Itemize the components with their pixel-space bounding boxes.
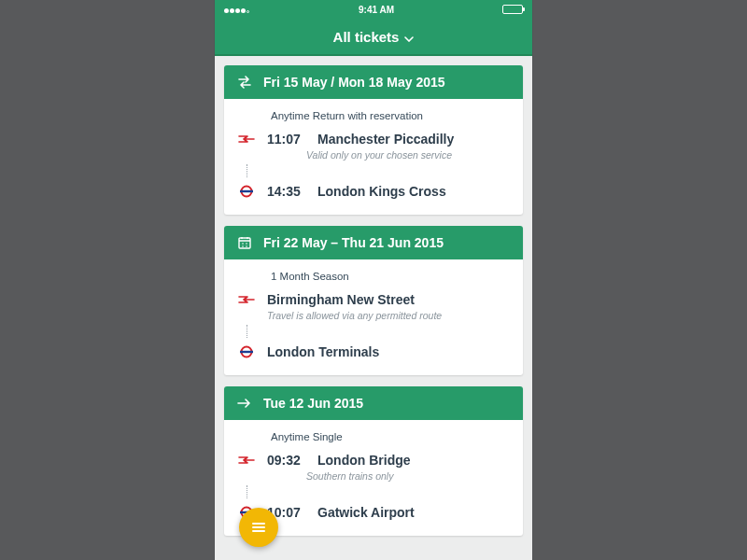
origin-time: 11:07: [267, 132, 306, 147]
origin-row: 11:07 Manchester Piccadilly: [237, 129, 510, 149]
return-trip-icon: [237, 76, 252, 89]
origin-station: Manchester Piccadilly: [317, 132, 454, 147]
origin-row: Birmingham New Street: [237, 289, 510, 310]
ticket-card[interactable]: Fri 15 May / Mon 18 May 2015 Anytime Ret…: [224, 65, 523, 215]
chevron-down-icon: [404, 29, 414, 45]
ticket-card[interactable]: Fri 22 May – Thu 21 Jun 2015 1 Month Sea…: [224, 226, 523, 375]
svg-rect-2: [239, 238, 250, 248]
svg-point-4: [246, 243, 247, 245]
svg-rect-8: [240, 351, 253, 353]
national-rail-icon: [237, 295, 256, 304]
underground-icon: [237, 344, 256, 359]
ticket-type-label: Anytime Single: [271, 431, 510, 442]
phone-screen: 9:41 AM All tickets Fri 15 May / Mon 18 …: [215, 0, 532, 560]
svg-point-5: [242, 245, 244, 247]
navbar-title-label: All tickets: [333, 29, 400, 45]
ticket-card-body: Anytime Return with reservation 11:07 Ma…: [224, 99, 523, 215]
ticket-type-label: 1 Month Season: [271, 271, 510, 282]
svg-rect-1: [240, 190, 253, 192]
underground-icon: [237, 184, 256, 199]
ticket-date-range: Fri 15 May / Mon 18 May 2015: [263, 75, 445, 90]
route-connector-icon: [237, 164, 256, 177]
calendar-icon: [237, 236, 252, 249]
destination-station: London Terminals: [267, 344, 379, 359]
national-rail-icon: [237, 134, 256, 144]
origin-row: 09:32 London Bridge: [237, 450, 510, 470]
ticket-card-header: Fri 15 May / Mon 18 May 2015: [224, 65, 523, 99]
signal-dots-icon: [224, 5, 250, 15]
battery-icon: [502, 5, 523, 14]
route-connector-icon: [237, 325, 256, 338]
ticket-note: Valid only on your chosen service: [306, 149, 510, 161]
menu-icon: [252, 521, 265, 534]
ticket-card-header: Fri 22 May – Thu 21 Jun 2015: [224, 226, 523, 259]
origin-time: 09:32: [267, 453, 306, 468]
menu-fab-button[interactable]: [239, 508, 278, 547]
destination-station: London Kings Cross: [317, 184, 446, 199]
ticket-note: Southern trains only: [306, 470, 510, 482]
svg-point-6: [246, 245, 247, 247]
status-time: 9:41 AM: [359, 5, 394, 15]
status-bar: 9:41 AM: [215, 0, 532, 19]
destination-row: 10:07 Gatwick Airport: [237, 502, 510, 523]
ticket-card-header: Tue 12 Jun 2015: [224, 386, 523, 420]
navbar-title-dropdown[interactable]: All tickets: [215, 19, 532, 56]
connector-row: [237, 321, 510, 342]
origin-station: London Bridge: [317, 453, 411, 468]
destination-station: Gatwick Airport: [317, 505, 415, 520]
connector-row: [237, 161, 510, 181]
route-connector-icon: [237, 485, 256, 498]
national-rail-icon: [237, 455, 256, 465]
ticket-date-range: Tue 12 Jun 2015: [263, 396, 363, 411]
ticket-list: Fri 15 May / Mon 18 May 2015 Anytime Ret…: [215, 56, 532, 560]
ticket-note: Travel is allowed via any permitted rout…: [267, 310, 510, 321]
destination-row: London Terminals: [237, 342, 510, 362]
ticket-date-range: Fri 22 May – Thu 21 Jun 2015: [263, 235, 444, 250]
destination-row: 14:35 London Kings Cross: [237, 181, 510, 202]
svg-point-3: [242, 243, 244, 245]
destination-time: 14:35: [267, 184, 306, 199]
origin-station: Birmingham New Street: [267, 292, 415, 307]
ticket-card-body: 1 Month Season Birmingham New Street Tra…: [224, 259, 523, 375]
ticket-type-label: Anytime Return with reservation: [271, 110, 510, 121]
single-trip-icon: [237, 399, 252, 408]
connector-row: [237, 482, 510, 502]
